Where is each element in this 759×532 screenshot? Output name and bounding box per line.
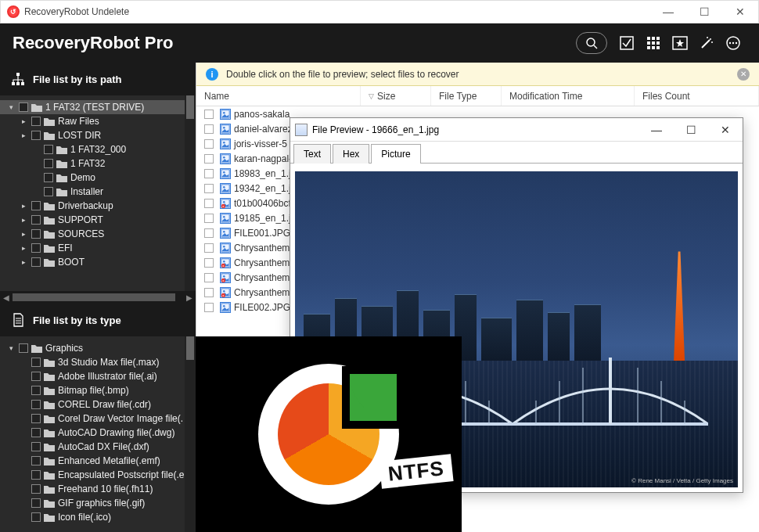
tree-row[interactable]: ▸LOST DIR: [0, 128, 196, 142]
tree-row[interactable]: 1 FAT32_000: [0, 142, 196, 156]
tree-row[interactable]: Adobe Illustrator file(.ai): [0, 369, 196, 383]
file-checkbox[interactable]: [204, 199, 214, 208]
tree-checkbox[interactable]: [31, 484, 41, 494]
info-text: Double click on the file to preview; sel…: [226, 69, 737, 80]
type-tree-scrollbar[interactable]: [185, 336, 196, 532]
tree-row[interactable]: Corel Draw Vector Image file(.: [0, 412, 196, 426]
tree-row[interactable]: Encapsulated Postscript file(.e: [0, 468, 196, 482]
tree-checkbox[interactable]: [31, 386, 41, 395]
tree-checkbox[interactable]: [19, 343, 28, 353]
tree-row[interactable]: ▸BOOT: [0, 255, 196, 269]
tree-row[interactable]: ▸Raw Files: [0, 114, 196, 128]
tree-row[interactable]: ▸SOURCES: [0, 227, 196, 241]
tree-checkbox[interactable]: [44, 159, 53, 168]
col-name[interactable]: Name: [196, 86, 361, 106]
path-tree-hscroll[interactable]: ◀ ▶: [0, 291, 196, 304]
tree-row[interactable]: Freehand 10 file(.fh11): [0, 482, 196, 496]
tree-row[interactable]: 3d Studio Max file(.max): [0, 355, 196, 369]
tree-checkbox[interactable]: [31, 442, 41, 451]
tree-row[interactable]: Enhanced Metafile(.emf): [0, 454, 196, 468]
file-checkbox[interactable]: [204, 258, 214, 268]
tree-checkbox[interactable]: [31, 470, 41, 480]
preview-maximize-button[interactable]: ☐: [674, 124, 708, 136]
grid-view-button[interactable]: [640, 30, 667, 56]
file-checkbox[interactable]: [204, 184, 214, 193]
file-name: joris-visser-5: [234, 138, 287, 149]
tree-row[interactable]: ▾1 FAT32 (TEST DRIVE): [0, 100, 196, 114]
tree-checkbox[interactable]: [31, 243, 41, 253]
info-close-button[interactable]: ✕: [737, 68, 750, 81]
file-checkbox[interactable]: [204, 273, 214, 282]
promo-slice-icon: [342, 366, 405, 429]
tree-row[interactable]: ▸SUPPORT: [0, 213, 196, 227]
tree-checkbox[interactable]: [31, 117, 41, 126]
tree-checkbox[interactable]: [31, 131, 41, 140]
select-all-button[interactable]: [613, 30, 640, 56]
window-minimize-button[interactable]: —: [650, 1, 686, 23]
tab-text[interactable]: Text: [293, 144, 331, 164]
col-modtime[interactable]: Modification Time: [502, 86, 635, 106]
tree-checkbox[interactable]: [31, 400, 41, 409]
tree-row[interactable]: ▸EFI: [0, 241, 196, 255]
tree-checkbox[interactable]: [31, 512, 41, 522]
tree-row[interactable]: AutoCAD Drawing file(.dwg): [0, 426, 196, 440]
tree-checkbox[interactable]: [31, 201, 41, 210]
favorite-button[interactable]: [667, 30, 693, 56]
folder-icon: [44, 457, 55, 466]
tree-checkbox[interactable]: [31, 229, 41, 239]
tree-checkbox[interactable]: [44, 173, 53, 182]
tree-checkbox[interactable]: [44, 145, 53, 154]
tree-checkbox[interactable]: [19, 102, 28, 112]
window-maximize-button[interactable]: ☐: [686, 1, 722, 23]
folder-icon: [44, 258, 55, 267]
preview-minimize-button[interactable]: —: [639, 124, 674, 136]
tree-row[interactable]: 1 FAT32: [0, 156, 196, 171]
folder-icon: [56, 188, 67, 196]
tree-row[interactable]: COREL Draw file(.cdr): [0, 397, 196, 412]
svg-rect-11: [656, 46, 660, 49]
tab-picture[interactable]: Picture: [371, 144, 420, 164]
col-filescount[interactable]: Files Count: [635, 86, 759, 106]
col-size[interactable]: ▽Size: [361, 86, 431, 106]
file-checkbox[interactable]: [204, 110, 214, 119]
search-button[interactable]: [576, 32, 607, 54]
col-filetype[interactable]: File Type: [431, 86, 502, 106]
tree-row[interactable]: Installer: [0, 185, 196, 199]
tab-hex[interactable]: Hex: [333, 144, 369, 164]
tree-checkbox[interactable]: [31, 456, 41, 466]
scroll-thumb[interactable]: [13, 293, 175, 301]
tree-checkbox[interactable]: [31, 498, 41, 508]
tree-row[interactable]: AutoCad DX File(.dxf): [0, 440, 196, 454]
tree-row[interactable]: Icon file(.ico): [0, 510, 196, 524]
tree-checkbox[interactable]: [31, 372, 41, 381]
file-checkbox[interactable]: [204, 169, 214, 178]
recover-button[interactable]: [693, 30, 720, 56]
file-checkbox[interactable]: [204, 303, 214, 312]
path-tree[interactable]: ▾1 FAT32 (TEST DRIVE)▸Raw Files▸LOST DIR…: [0, 95, 196, 291]
tree-checkbox[interactable]: [31, 215, 41, 225]
svg-rect-8: [656, 41, 660, 45]
file-checkbox[interactable]: [204, 124, 214, 134]
preview-close-button[interactable]: ✕: [708, 124, 743, 136]
file-name: Chrysanthemu: [234, 257, 295, 268]
tree-checkbox[interactable]: [31, 414, 41, 423]
type-tree[interactable]: ▾Graphics3d Studio Max file(.max)Adobe I…: [0, 336, 196, 532]
path-tree-scrollbar[interactable]: [185, 95, 196, 291]
tree-row[interactable]: ▸Driverbackup: [0, 199, 196, 213]
window-close-button[interactable]: ✕: [722, 1, 758, 23]
tree-row[interactable]: ▾Graphics: [0, 341, 196, 355]
more-options-button[interactable]: [720, 30, 746, 56]
file-checkbox[interactable]: [204, 154, 214, 164]
file-checkbox[interactable]: [204, 243, 214, 253]
tree-checkbox[interactable]: [44, 187, 53, 196]
tree-checkbox[interactable]: [31, 358, 41, 367]
tree-row[interactable]: Bitmap file(.bmp): [0, 383, 196, 397]
tree-row[interactable]: Demo: [0, 171, 196, 185]
file-checkbox[interactable]: [204, 214, 214, 223]
file-checkbox[interactable]: [204, 139, 214, 149]
file-checkbox[interactable]: [204, 288, 214, 297]
tree-checkbox[interactable]: [31, 257, 41, 267]
tree-checkbox[interactable]: [31, 428, 41, 437]
tree-row[interactable]: GIF graphics file(.gif): [0, 496, 196, 510]
file-checkbox[interactable]: [204, 228, 214, 238]
